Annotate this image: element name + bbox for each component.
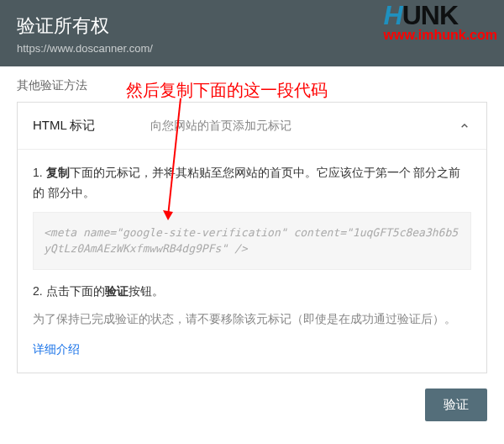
annotation-text: 然后复制下面的这一段代码 xyxy=(126,79,328,102)
method-name: HTML 标记 xyxy=(33,118,150,134)
meta-tag-code[interactable]: <meta name="google-site-verification" co… xyxy=(33,212,471,270)
verify-button[interactable]: 验证 xyxy=(425,388,487,421)
method-description: 向您网站的首页添加元标记 xyxy=(150,119,471,134)
step-2: 2. 点击下面的验证按钮。 xyxy=(33,282,471,302)
verification-method-card: HTML 标记 向您网站的首页添加元标记 1. 复制下面的元标记，并将其粘贴至您… xyxy=(17,102,487,373)
logo-text-top: HUNK xyxy=(384,2,497,29)
logo-text-bottom: www.imhunk.com xyxy=(384,29,497,42)
step-1: 1. 复制下面的元标记，并将其粘贴至您网站的首页中。它应该位于第一个 部分之前的… xyxy=(33,163,471,204)
chevron-up-icon xyxy=(458,119,471,133)
keep-tag-note: 为了保持已完成验证的状态，请不要移除该元标记（即使是在成功通过验证后）。 xyxy=(33,309,471,330)
learn-more-link[interactable]: 详细介绍 xyxy=(33,342,80,356)
footer: 验证 xyxy=(0,380,504,435)
card-body: 1. 复制下面的元标记，并将其粘贴至您网站的首页中。它应该位于第一个 部分之前的… xyxy=(18,150,486,373)
watermark-logo: HUNK www.imhunk.com xyxy=(384,2,497,42)
card-header[interactable]: HTML 标记 向您网站的首页添加元标记 xyxy=(18,103,486,150)
page-header: 验证所有权 https://www.doscanner.com/ HUNK ww… xyxy=(0,0,504,66)
site-url: https://www.doscanner.com/ xyxy=(17,42,487,55)
